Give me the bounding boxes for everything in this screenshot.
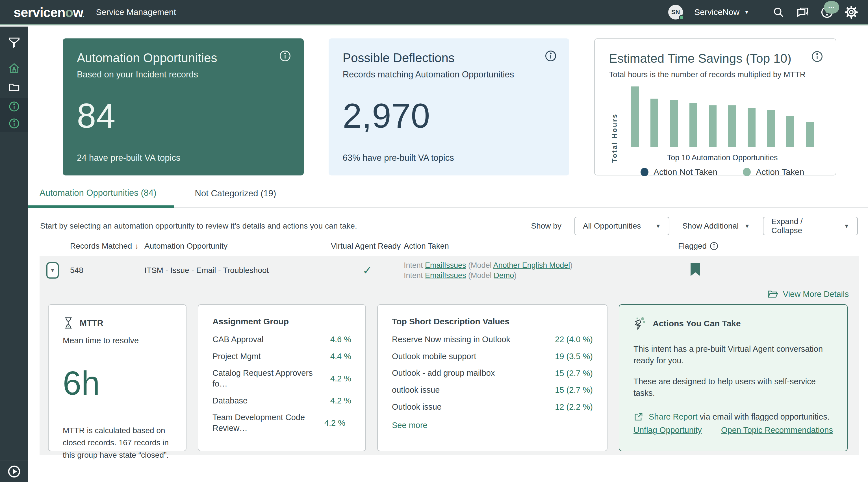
settings-gear-icon[interactable]	[845, 6, 858, 19]
actions-you-can-take-card: Actions You Can Take This intent has a p…	[619, 304, 848, 451]
sidebar-item-folder[interactable]	[0, 78, 28, 98]
chart-plot-area: Top 10 Automation Opportunities Action N…	[623, 87, 822, 177]
card-title: MTTR	[80, 318, 103, 328]
actions-footer-links: Unflag Opportunity Open Topic Recommenda…	[633, 425, 833, 435]
item-value: 4.2 %	[330, 396, 351, 406]
chevron-down-icon: ▼	[844, 223, 849, 229]
legend-item-action-not-taken: Action Not Taken	[641, 167, 717, 177]
header-actions: SN ServiceNow ▼	[668, 5, 858, 20]
show-additional-dropdown[interactable]: Show Additional ▼	[682, 222, 750, 230]
item-value: 15 (2.7 %)	[555, 369, 593, 378]
row-expander-button[interactable]: ▼	[46, 262, 59, 279]
assignment-group-card: Assignment Group CAB Approval4.6 % Proje…	[198, 304, 366, 451]
open-topic-recommendations-link[interactable]: Open Topic Recommendations	[721, 425, 833, 435]
intent-link[interactable]: EmailIssues	[425, 271, 466, 280]
card-subtitle: Total hours is the number of records mul…	[609, 70, 822, 79]
model-link[interactable]: Another English Model	[493, 261, 570, 269]
legend-label: Action Not Taken	[654, 167, 717, 177]
list-item: outlook issue15 (2.7 %)	[392, 385, 593, 395]
legend-dot	[743, 168, 751, 176]
search-icon[interactable]	[772, 6, 785, 19]
item-label: Reserve Now missing in Outlook	[392, 334, 510, 345]
flagged-cell	[679, 263, 859, 278]
chat-icon[interactable]	[796, 6, 809, 19]
table-row[interactable]: ▼ 548 ITSM - Issue - Email - Troubleshoo…	[39, 256, 859, 285]
card-value: 2,970	[343, 96, 556, 136]
logo-text-end: w	[73, 5, 83, 20]
item-value: 22 (4.0 %)	[555, 335, 593, 344]
model-prefix: (Model	[466, 261, 493, 269]
col-label: Automation Opportunity	[144, 242, 227, 251]
sidebar-item-info-1[interactable]	[0, 98, 28, 115]
view-more-details-link[interactable]: View More Details	[767, 288, 849, 300]
tab-automation-opportunities[interactable]: Automation Opportunities (84)	[28, 188, 174, 208]
card-title: Possible Deflections	[343, 51, 556, 65]
col-records-matched[interactable]: Records Matched ↓	[70, 242, 144, 251]
item-value: 15 (2.7 %)	[555, 385, 593, 395]
avatar-initials: SN	[671, 8, 680, 16]
user-avatar[interactable]: SN	[668, 5, 683, 20]
info-icon[interactable]	[279, 50, 291, 63]
share-icon	[633, 412, 644, 422]
expand-collapse-label: Expand / Collapse	[771, 217, 834, 235]
help-icon[interactable]: •••	[820, 6, 834, 19]
sidebar-item-filter[interactable]	[0, 27, 28, 58]
info-icon[interactable]	[545, 50, 557, 63]
chevron-down-icon: ▼	[50, 267, 55, 274]
card-footnote: 24 have pre-built VA topics	[77, 153, 180, 163]
share-report-link[interactable]: Share Report	[649, 412, 698, 421]
logo-o-mark: o	[65, 5, 73, 20]
main-content: Automation Opportunities Based on your I…	[28, 27, 868, 482]
see-more-link[interactable]: See more	[392, 421, 428, 430]
item-label: Catalog Request Approvers fo…	[213, 368, 322, 389]
home-icon	[8, 62, 20, 74]
mttr-title-row: MTTR	[63, 317, 172, 329]
account-dropdown[interactable]: ServiceNow ▼	[694, 7, 749, 17]
info-icon[interactable]	[811, 50, 824, 64]
bookmark-flag-icon[interactable]	[690, 263, 700, 276]
open-folder-icon	[767, 288, 778, 300]
toolbar-controls: Show by All Opportunities ▼ Show Additio…	[531, 217, 858, 235]
folder-icon	[8, 81, 20, 93]
brand-area: servicenow. Service Management	[13, 4, 176, 20]
play-icon	[7, 465, 21, 478]
col-virtual-agent-ready: Virtual Agent Ready	[331, 242, 404, 251]
share-report-rest: via email with flagged opportunities.	[698, 412, 830, 421]
product-title: Service Management	[96, 7, 176, 17]
logo-text: servicen	[13, 5, 65, 20]
tab-bar: Automation Opportunities (84) Not Catego…	[28, 188, 868, 208]
model-link[interactable]: Demo	[494, 271, 514, 280]
intent-link[interactable]: EmailIssues	[425, 261, 466, 269]
line-suffix: )	[514, 271, 517, 280]
sidebar-item-guided-tour[interactable]	[0, 460, 28, 482]
list-item: Team Development Code Review…4.2 %	[213, 412, 345, 433]
chart-bar	[650, 99, 658, 147]
unflag-opportunity-link[interactable]: Unflag Opportunity	[633, 425, 702, 435]
model-prefix: (Model	[466, 271, 494, 280]
table-header: Records Matched ↓ Automation Opportunity…	[39, 242, 859, 256]
short-description-list: Reserve Now missing in Outlook22 (4.0 %)…	[392, 334, 593, 412]
show-additional-label: Show Additional	[682, 222, 739, 230]
item-label: Project Mgmt	[213, 351, 261, 362]
sidebar-item-home[interactable]	[0, 58, 28, 78]
show-by-select[interactable]: All Opportunities ▼	[575, 217, 670, 235]
magic-person-icon	[633, 317, 647, 330]
expand-collapse-dropdown[interactable]: Expand / Collapse ▼	[763, 217, 858, 235]
possible-deflections-card: Possible Deflections Records matching Au…	[329, 38, 569, 175]
tab-not-categorized[interactable]: Not Categorized (19)	[195, 188, 276, 207]
chart-bar	[767, 110, 775, 147]
list-item: CAB Approval4.6 %	[213, 334, 351, 345]
col-flagged: Flagged	[678, 242, 859, 251]
sidebar-item-info-2[interactable]	[0, 115, 28, 132]
item-label: Outlook mobile support	[392, 351, 476, 362]
share-report-text: Share Report via email with flagged oppo…	[649, 412, 830, 421]
chart-x-axis-label: Top 10 Automation Opportunities	[623, 153, 822, 162]
card-subtitle: Based on your Incident records	[77, 69, 290, 80]
show-by-label: Show by	[531, 222, 561, 230]
chart-y-axis-label: Total Hours	[611, 108, 619, 168]
info-icon[interactable]	[710, 242, 718, 251]
action-taken-line: Intent EmailIssues (Model Another Englis…	[404, 260, 679, 270]
account-name: ServiceNow	[694, 7, 739, 17]
automation-opportunity-cell: ITSM - Issue - Email - Troubleshoot	[144, 266, 331, 275]
item-value: 19 (3.5 %)	[555, 352, 593, 361]
